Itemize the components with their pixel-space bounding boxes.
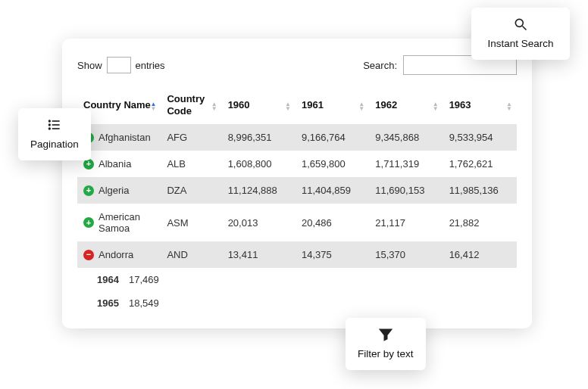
collapse-icon[interactable]: − <box>83 250 94 260</box>
show-entries-group: Show entries <box>77 57 165 73</box>
cell-1961: 1,659,800 <box>296 151 369 177</box>
cell-1963: 9,533,954 <box>443 124 517 151</box>
cell-1960: 1,608,800 <box>222 151 296 177</box>
expanded-row: 196417,469 <box>77 268 517 291</box>
cell-1961: 14,375 <box>296 241 369 268</box>
table-body: +AfghanistanAFG8,996,3519,166,7649,345,8… <box>77 124 517 315</box>
cell-1963: 21,882 <box>443 204 517 241</box>
cell-1962: 1,711,319 <box>369 151 443 177</box>
cell-country-name: Albania <box>99 158 131 170</box>
sort-icon: ▲▼ <box>211 102 217 111</box>
cell-1962: 11,690,153 <box>369 177 443 204</box>
expand-icon[interactable]: + <box>83 217 94 228</box>
table-row: +AlgeriaDZA11,124,88811,404,85911,690,15… <box>77 177 517 204</box>
instant-search-popover: Instant Search <box>471 8 570 60</box>
entries-count-input[interactable] <box>107 57 131 73</box>
expanded-year-label: 1965 <box>83 297 129 309</box>
filter-label: Filter by text <box>358 348 414 359</box>
expanded-year-value: 18,549 <box>129 297 159 309</box>
pagination-label: Pagination <box>30 138 79 150</box>
expand-icon[interactable]: + <box>83 185 94 196</box>
cell-1962: 21,117 <box>369 204 443 241</box>
data-table-card: Show entries Search: Country Name ▲▼ Cou… <box>62 39 532 328</box>
cell-1960: 13,411 <box>222 241 296 268</box>
cell-country-code: AND <box>161 241 221 268</box>
cell-country-name: Algeria <box>99 185 129 196</box>
header-1963[interactable]: 1963 ▲▼ <box>443 89 517 124</box>
cell-1962: 9,345,868 <box>369 124 443 151</box>
cell-country-code: DZA <box>161 177 221 204</box>
cell-1962: 15,370 <box>369 241 443 268</box>
expanded-row: 196518,549 <box>77 291 517 315</box>
sort-icon: ▲▼ <box>358 102 364 111</box>
table-row: +AlbaniaALB1,608,8001,659,8001,711,3191,… <box>77 151 517 177</box>
table-row: −AndorraAND13,41114,37515,37016,412 <box>77 241 517 268</box>
cell-1961: 9,166,764 <box>296 124 369 151</box>
header-1962[interactable]: 1962 ▲▼ <box>369 89 443 124</box>
svg-point-0 <box>515 19 523 26</box>
data-table: Country Name ▲▼ Country Code ▲▼ 1960 ▲▼ … <box>77 89 517 315</box>
search-label: Search: <box>363 60 397 71</box>
expanded-year-value: 17,469 <box>129 274 159 285</box>
cell-1963: 16,412 <box>443 241 517 268</box>
table-row: +AfghanistanAFG8,996,3519,166,7649,345,8… <box>77 124 517 151</box>
table-row: +American SamoaASM20,01320,48621,11721,8… <box>77 204 517 241</box>
cell-country-code: ALB <box>161 151 221 177</box>
search-icon <box>513 17 528 32</box>
cell-country-code: AFG <box>161 124 221 151</box>
list-icon <box>47 117 62 132</box>
svg-line-1 <box>523 26 527 30</box>
expanded-year-label: 1964 <box>83 274 129 285</box>
svg-point-4 <box>48 124 50 126</box>
sort-icon: ▲▼ <box>285 102 291 111</box>
header-1961[interactable]: 1961 ▲▼ <box>296 89 369 124</box>
table-controls: Show entries Search: <box>77 55 517 75</box>
sort-icon: ▲▼ <box>433 102 439 111</box>
cell-1960: 8,996,351 <box>222 124 296 151</box>
cell-1960: 11,124,888 <box>222 177 296 204</box>
svg-point-2 <box>48 120 50 122</box>
svg-point-6 <box>48 128 50 129</box>
cell-1961: 20,486 <box>296 204 369 241</box>
cell-1960: 20,013 <box>222 204 296 241</box>
cell-country-name: Andorra <box>99 249 133 260</box>
header-country-code[interactable]: Country Code ▲▼ <box>161 89 221 124</box>
sort-icon: ▲▼ <box>150 102 156 111</box>
sort-icon: ▲▼ <box>506 102 512 111</box>
filter-popover: Filter by text <box>346 318 426 370</box>
instant-search-label: Instant Search <box>487 38 553 49</box>
cell-country-code: ASM <box>161 204 221 241</box>
cell-country-name: American Samoa <box>99 211 155 234</box>
cell-1961: 11,404,859 <box>296 177 369 204</box>
pagination-popover: Pagination <box>18 108 91 160</box>
funnel-icon <box>378 327 393 342</box>
show-label-prefix: Show <box>77 60 102 71</box>
cell-1963: 1,762,621 <box>443 151 517 177</box>
cell-country-name: Afghanistan <box>99 132 151 143</box>
show-label-suffix: entries <box>136 60 165 71</box>
header-1960[interactable]: 1960 ▲▼ <box>222 89 296 124</box>
cell-1963: 11,985,136 <box>443 177 517 204</box>
